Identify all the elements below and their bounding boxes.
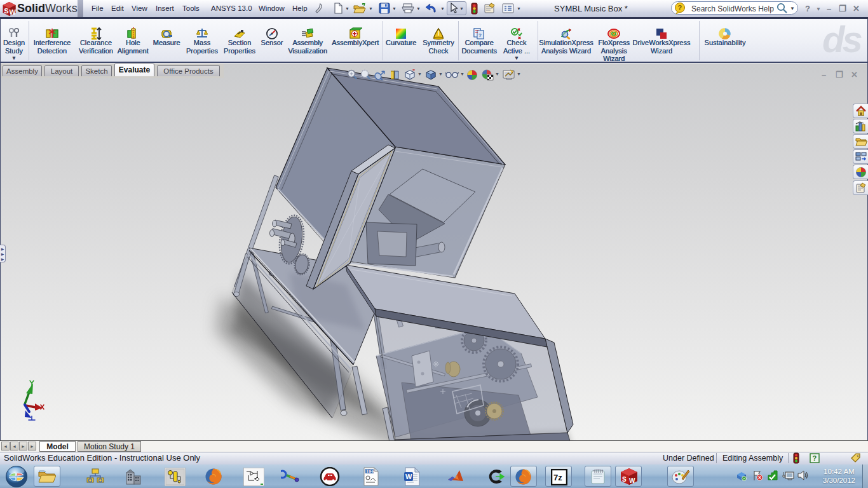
- svg-text:S: S: [4, 7, 8, 15]
- svg-text:W: W: [10, 8, 17, 16]
- svg-text:W: W: [405, 473, 412, 480]
- svg-text:TIFF: TIFF: [366, 469, 375, 473]
- svg-text:?: ?: [478, 32, 482, 38]
- svg-text:S: S: [622, 476, 627, 483]
- svg-text:W: W: [629, 477, 635, 484]
- svg-text:?: ?: [813, 454, 817, 462]
- svg-text:?: ?: [678, 4, 682, 11]
- svg-text:7z: 7z: [553, 473, 562, 482]
